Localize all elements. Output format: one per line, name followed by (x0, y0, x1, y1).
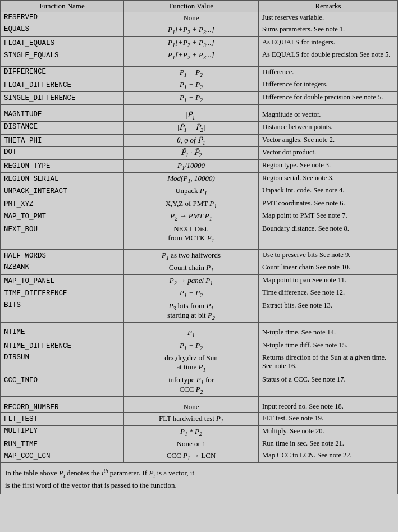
spacer-row (1, 245, 398, 249)
fn-name: DOT (1, 147, 124, 160)
fn-remark: Multiply. See note 20. (259, 425, 398, 438)
fn-remark: Difference for double precision See note… (259, 91, 398, 104)
fn-name: RESERVED (1, 12, 124, 24)
table-row: REGION_SERIAL Mod(P1, 10000) Region seri… (1, 172, 398, 185)
fn-name: RUN_TIME (1, 438, 124, 450)
fn-value: P̄1 · P̄2 (124, 147, 259, 160)
fn-name: CCC_INFO (1, 374, 124, 396)
table-row: RECORD_NUMBER None Input record no. See … (1, 401, 398, 413)
table-row: HALF_WORDS P1 as two halfwords Use to pr… (1, 249, 398, 262)
fn-remark: FLT test. See note 19. (259, 413, 398, 426)
table-row: DIFFERENCE P1 − P2 Difference. (1, 66, 398, 79)
table-row: MAGNITUDE |P̄1| Magnitude of vector. (1, 109, 398, 122)
fn-name: TIME_DIFFERENCE (1, 287, 124, 300)
fn-name: FLOAT_EQUALS (1, 36, 124, 49)
fn-name: MULTIPLY (1, 425, 124, 438)
fn-value: info type P1 forCCC P2 (124, 374, 259, 396)
fn-value: X,Y,Z of PMT P1 (124, 198, 259, 210)
fn-name: FLOAT_DIFFERENCE (1, 79, 124, 92)
fn-name: REGION_SERIAL (1, 172, 124, 185)
fn-remark: Run time in sec. See note 21. (259, 438, 398, 450)
fn-value: |P̄1 − P̄2| (124, 122, 259, 135)
table-row: TIME_DIFFERENCE P1 − P2 Time difference.… (1, 287, 398, 300)
fn-value: |P̄1| (124, 109, 259, 122)
fn-name: MAGNITUDE (1, 109, 124, 122)
fn-value: P1 − P2 (124, 287, 259, 300)
fn-name: FLT_TEST (1, 413, 124, 426)
fn-value: Unpack P1 (124, 185, 259, 198)
fn-remark: Magnitude of vector. (259, 109, 398, 122)
fn-remark: Extract bits. See note 13. (259, 300, 398, 322)
fn-name: NTIME_DIFFERENCE (1, 340, 124, 352)
fn-name: UNPACK_INTERACT (1, 185, 124, 198)
table-row: DIRSUN drx,dry,drz of Sunat time P1 Retu… (1, 352, 398, 374)
fn-value: P1 (124, 327, 259, 340)
table-row: EQUALS P1[+P2 + P3...] Sums parameters. … (1, 24, 398, 37)
table-row: REGION_TYPE P1/10000 Region type. See no… (1, 159, 398, 172)
fn-remark: Status of a CCC. See note 17. (259, 374, 398, 396)
table-row: MAP_TO_PMT P2 → PMT P1 Map point to PMT … (1, 210, 398, 223)
fn-remark: Region serial. See note 3. (259, 172, 398, 185)
fn-value: None (124, 401, 259, 413)
fn-value: P1 − P2 (124, 66, 259, 79)
table-row: CCC_INFO info type P1 forCCC P2 Status o… (1, 374, 398, 396)
fn-name: NTIME (1, 327, 124, 340)
table-row: NTIME_DIFFERENCE P1 − P2 N-tuple time di… (1, 340, 398, 352)
table-row: THETA_PHI θ, φ of P̄1 Vector angles. See… (1, 134, 398, 147)
table-row: SINGLE_EQUALS P1[+P2 + P3...] As EQUALS … (1, 49, 398, 62)
fn-name: DISTANCE (1, 122, 124, 135)
fn-remark: N-tuple time. See note 14. (259, 327, 398, 340)
table-row: PMT_XYZ X,Y,Z of PMT P1 PMT coordinates.… (1, 198, 398, 210)
fn-remark: PMT coordinates. See note 6. (259, 198, 398, 210)
spacer-row (1, 104, 398, 109)
fn-value: P1[+P2 + P3...] (124, 49, 259, 62)
footer-note: In the table above Pi denotes the ith pa… (0, 463, 398, 494)
fn-remark: Vector angles. See note 2. (259, 134, 398, 147)
fn-value: P1 − P2 (124, 91, 259, 104)
table-row: FLOAT_DIFFERENCE P1 − P2 Difference for … (1, 79, 398, 92)
fn-name: EQUALS (1, 24, 124, 37)
table-row: BITS P3 bits from P1starting at bit P2 E… (1, 300, 398, 322)
fn-name: MAP_CCC_LCN (1, 450, 124, 463)
fn-value: NEXT Dist.from MCTK P1 (124, 223, 259, 245)
table-row: DOT P̄1 · P̄2 Vector dot product. (1, 147, 398, 160)
table-row: UNPACK_INTERACT Unpack P1 Unpack int. co… (1, 185, 398, 198)
fn-name: MAP_TO_PMT (1, 210, 124, 223)
fn-value: P1[+P2 + P3...] (124, 24, 259, 37)
fn-value: Count chain P1 (124, 262, 259, 275)
fn-name: NEXT_BOU (1, 223, 124, 245)
col-header-value: Function Value (124, 1, 259, 12)
fn-value: P1 − P2 (124, 340, 259, 352)
page-container: Function Name Function Value Remarks RES… (0, 0, 398, 494)
fn-value: P1 * P2 (124, 425, 259, 438)
fn-value: θ, φ of P̄1 (124, 134, 259, 147)
table-row: NZBANK Count chain P1 Count linear chain… (1, 262, 398, 275)
fn-name: BITS (1, 300, 124, 322)
fn-value: FLT hardwired test P1 (124, 413, 259, 426)
table-row: DISTANCE |P̄1 − P̄2| Distance between po… (1, 122, 398, 135)
fn-name: RECORD_NUMBER (1, 401, 124, 413)
fn-name: THETA_PHI (1, 134, 124, 147)
fn-remark: As EQUALS for integers. (259, 36, 398, 49)
fn-value: None (124, 12, 259, 24)
fn-remark: Region type. See note 3. (259, 159, 398, 172)
fn-value: P1/10000 (124, 159, 259, 172)
fn-remark: Difference for integers. (259, 79, 398, 92)
table-row: MAP_CCC_LCN CCC P1 → LCN Map CCC to LCN.… (1, 450, 398, 463)
fn-value: Mod(P1, 10000) (124, 172, 259, 185)
table-row: RESERVED None Just reserves variable. (1, 12, 398, 24)
fn-remark: Use to preserve bits See note 9. (259, 249, 398, 262)
fn-value: CCC P1 → LCN (124, 450, 259, 463)
fn-name: REGION_TYPE (1, 159, 124, 172)
fn-remark: Map point to PMT See note 7. (259, 210, 398, 223)
fn-remark: Returns direction of the Sun at a given … (259, 352, 398, 374)
table-row: FLT_TEST FLT hardwired test P1 FLT test.… (1, 413, 398, 426)
fn-name: DIFFERENCE (1, 66, 124, 79)
table-row: NTIME P1 N-tuple time. See note 14. (1, 327, 398, 340)
fn-value: P2 → PMT P1 (124, 210, 259, 223)
table-row: SINGLE_DIFFERENCE P1 − P2 Difference for… (1, 91, 398, 104)
table-row: MULTIPLY P1 * P2 Multiply. See note 20. (1, 425, 398, 438)
fn-remark: Unpack int. code. See note 4. (259, 185, 398, 198)
fn-remark: Vector dot product. (259, 147, 398, 160)
col-header-remarks: Remarks (259, 1, 398, 12)
